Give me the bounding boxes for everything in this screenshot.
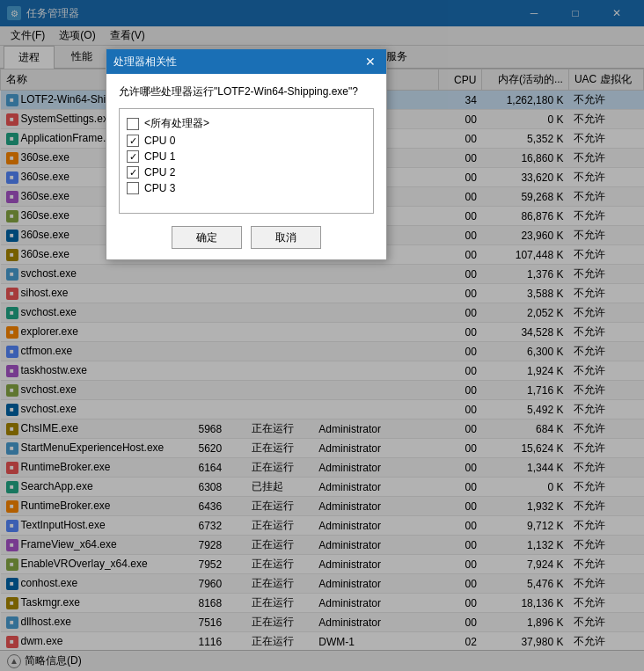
cpu-checkbox-0[interactable] [127, 118, 139, 130]
ok-button[interactable]: 确定 [172, 226, 242, 249]
cpu-item-3[interactable]: CPU 2 [127, 166, 366, 179]
cpu-label-3: CPU 2 [144, 166, 175, 179]
modal-overlay: 处理器相关性 ✕ 允许哪些处理器运行"LOTF2-Win64-Shipping.… [0, 0, 644, 671]
modal-close-button[interactable]: ✕ [362, 53, 379, 70]
cpu-label-4: CPU 3 [144, 182, 175, 194]
cpu-checkbox-2[interactable] [127, 150, 139, 163]
modal-title: 处理器相关性 [113, 55, 177, 69]
cpu-item-1[interactable]: CPU 0 [127, 135, 366, 147]
modal-buttons: 确定 取消 [119, 226, 374, 249]
cpu-item-4[interactable]: CPU 3 [127, 182, 366, 194]
cpu-item-2[interactable]: CPU 1 [127, 150, 366, 163]
modal-title-bar: 处理器相关性 ✕ [106, 49, 386, 74]
cpu-list: <所有处理器>CPU 0CPU 1CPU 2CPU 3 [119, 108, 374, 214]
cpu-label-0: <所有处理器> [144, 116, 209, 131]
cpu-label-1: CPU 0 [144, 135, 175, 147]
cancel-button[interactable]: 取消 [251, 226, 321, 249]
cpu-checkbox-1[interactable] [127, 135, 139, 147]
modal-question: 允许哪些处理器运行"LOTF2-Win64-Shipping.exe"? [119, 84, 374, 99]
cpu-label-2: CPU 1 [144, 150, 175, 163]
cpu-item-0[interactable]: <所有处理器> [127, 116, 366, 131]
cpu-checkbox-4[interactable] [127, 182, 139, 194]
modal-body: 允许哪些处理器运行"LOTF2-Win64-Shipping.exe"? <所有… [106, 74, 386, 259]
cpu-checkbox-3[interactable] [127, 166, 139, 179]
affinity-dialog: 处理器相关性 ✕ 允许哪些处理器运行"LOTF2-Win64-Shipping.… [106, 48, 387, 260]
